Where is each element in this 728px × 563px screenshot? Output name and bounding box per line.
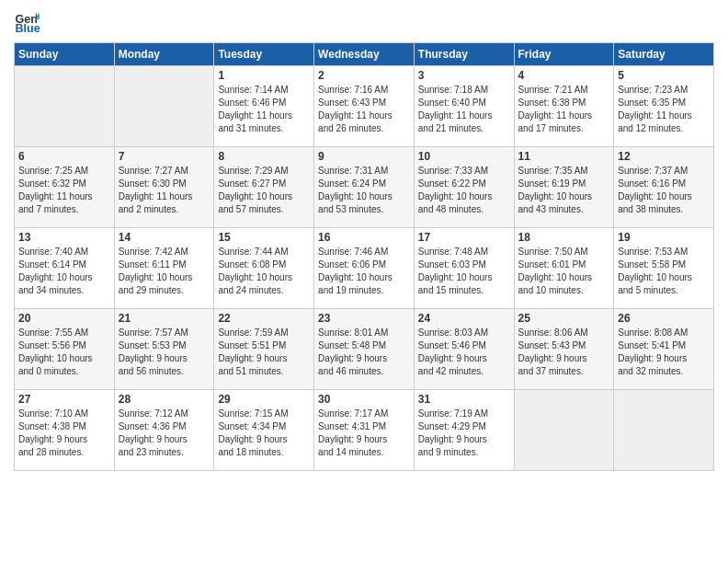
- cell-content: Sunrise: 7:48 AM Sunset: 6:03 PM Dayligh…: [418, 246, 510, 297]
- week-row-3: 13Sunrise: 7:40 AM Sunset: 6:14 PM Dayli…: [15, 228, 714, 309]
- day-number: 23: [318, 312, 410, 325]
- day-number: 10: [418, 150, 510, 163]
- cell-content: Sunrise: 7:31 AM Sunset: 6:24 PM Dayligh…: [318, 165, 410, 216]
- weekday-header-row: SundayMondayTuesdayWednesdayThursdayFrid…: [15, 43, 714, 66]
- calendar-cell: 2Sunrise: 7:16 AM Sunset: 6:43 PM Daylig…: [314, 66, 415, 147]
- calendar-cell: 14Sunrise: 7:42 AM Sunset: 6:11 PM Dayli…: [114, 228, 214, 309]
- cell-content: Sunrise: 7:21 AM Sunset: 6:38 PM Dayligh…: [518, 84, 610, 135]
- cell-content: Sunrise: 7:50 AM Sunset: 6:01 PM Dayligh…: [518, 246, 610, 297]
- calendar-cell: 18Sunrise: 7:50 AM Sunset: 6:01 PM Dayli…: [514, 228, 614, 309]
- calendar-cell: 12Sunrise: 7:37 AM Sunset: 6:16 PM Dayli…: [614, 147, 714, 228]
- calendar-cell: 9Sunrise: 7:31 AM Sunset: 6:24 PM Daylig…: [314, 147, 415, 228]
- calendar-cell: 29Sunrise: 7:15 AM Sunset: 4:34 PM Dayli…: [214, 390, 314, 471]
- day-number: 12: [618, 150, 710, 163]
- calendar-cell: 24Sunrise: 8:03 AM Sunset: 5:46 PM Dayli…: [414, 309, 514, 390]
- cell-content: Sunrise: 7:46 AM Sunset: 6:06 PM Dayligh…: [318, 246, 410, 297]
- svg-text:Blue: Blue: [15, 22, 40, 35]
- calendar-cell: 23Sunrise: 8:01 AM Sunset: 5:48 PM Dayli…: [314, 309, 415, 390]
- calendar-cell: 13Sunrise: 7:40 AM Sunset: 6:14 PM Dayli…: [15, 228, 115, 309]
- calendar-cell: 8Sunrise: 7:29 AM Sunset: 6:27 PM Daylig…: [214, 147, 314, 228]
- day-number: 21: [119, 312, 210, 325]
- cell-content: Sunrise: 7:55 AM Sunset: 5:56 PM Dayligh…: [18, 327, 110, 378]
- day-number: 15: [218, 231, 310, 244]
- calendar-cell: 25Sunrise: 8:06 AM Sunset: 5:43 PM Dayli…: [514, 309, 614, 390]
- day-number: 30: [318, 393, 410, 406]
- day-number: 16: [318, 231, 410, 244]
- calendar-cell: [15, 66, 115, 147]
- calendar-cell: 4Sunrise: 7:21 AM Sunset: 6:38 PM Daylig…: [514, 66, 614, 147]
- calendar-cell: 26Sunrise: 8:08 AM Sunset: 5:41 PM Dayli…: [614, 309, 714, 390]
- calendar-cell: 17Sunrise: 7:48 AM Sunset: 6:03 PM Dayli…: [414, 228, 514, 309]
- day-number: 22: [218, 312, 310, 325]
- cell-content: Sunrise: 7:37 AM Sunset: 6:16 PM Dayligh…: [618, 165, 710, 216]
- cell-content: Sunrise: 8:08 AM Sunset: 5:41 PM Dayligh…: [618, 327, 710, 378]
- day-number: 26: [618, 312, 710, 325]
- calendar-cell: 6Sunrise: 7:25 AM Sunset: 6:32 PM Daylig…: [15, 147, 115, 228]
- day-number: 4: [518, 69, 610, 82]
- calendar-cell: 3Sunrise: 7:18 AM Sunset: 6:40 PM Daylig…: [414, 66, 514, 147]
- cell-content: Sunrise: 7:15 AM Sunset: 4:34 PM Dayligh…: [218, 408, 310, 459]
- day-number: 11: [518, 150, 610, 163]
- day-number: 20: [18, 312, 110, 325]
- calendar-cell: 28Sunrise: 7:12 AM Sunset: 4:36 PM Dayli…: [114, 390, 214, 471]
- week-row-1: 1Sunrise: 7:14 AM Sunset: 6:46 PM Daylig…: [15, 66, 714, 147]
- weekday-header-monday: Monday: [114, 43, 214, 66]
- calendar-cell: 19Sunrise: 7:53 AM Sunset: 5:58 PM Dayli…: [614, 228, 714, 309]
- calendar-cell: 5Sunrise: 7:23 AM Sunset: 6:35 PM Daylig…: [614, 66, 714, 147]
- weekday-header-tuesday: Tuesday: [214, 43, 314, 66]
- cell-content: Sunrise: 7:42 AM Sunset: 6:11 PM Dayligh…: [119, 246, 210, 297]
- week-row-5: 27Sunrise: 7:10 AM Sunset: 4:38 PM Dayli…: [15, 390, 714, 471]
- day-number: 6: [18, 150, 110, 163]
- cell-content: Sunrise: 7:33 AM Sunset: 6:22 PM Dayligh…: [418, 165, 510, 216]
- day-number: 2: [318, 69, 410, 82]
- cell-content: Sunrise: 7:18 AM Sunset: 6:40 PM Dayligh…: [418, 84, 510, 135]
- calendar-cell: 31Sunrise: 7:19 AM Sunset: 4:29 PM Dayli…: [414, 390, 514, 471]
- weekday-header-thursday: Thursday: [414, 43, 514, 66]
- cell-content: Sunrise: 8:06 AM Sunset: 5:43 PM Dayligh…: [518, 327, 610, 378]
- calendar-cell: 16Sunrise: 7:46 AM Sunset: 6:06 PM Dayli…: [314, 228, 415, 309]
- cell-content: Sunrise: 8:01 AM Sunset: 5:48 PM Dayligh…: [318, 327, 410, 378]
- day-number: 13: [18, 231, 110, 244]
- calendar-cell: 21Sunrise: 7:57 AM Sunset: 5:53 PM Dayli…: [114, 309, 214, 390]
- day-number: 19: [618, 231, 710, 244]
- day-number: 29: [218, 393, 310, 406]
- page-header: Gen Blue: [14, 9, 714, 35]
- calendar-table: SundayMondayTuesdayWednesdayThursdayFrid…: [14, 42, 714, 471]
- weekday-header-friday: Friday: [514, 43, 614, 66]
- cell-content: Sunrise: 7:14 AM Sunset: 6:46 PM Dayligh…: [218, 84, 310, 135]
- cell-content: Sunrise: 7:59 AM Sunset: 5:51 PM Dayligh…: [218, 327, 310, 378]
- day-number: 7: [119, 150, 210, 163]
- day-number: 8: [218, 150, 310, 163]
- calendar-cell: 15Sunrise: 7:44 AM Sunset: 6:08 PM Dayli…: [214, 228, 314, 309]
- weekday-header-saturday: Saturday: [614, 43, 714, 66]
- day-number: 1: [218, 69, 310, 82]
- cell-content: Sunrise: 7:57 AM Sunset: 5:53 PM Dayligh…: [119, 327, 210, 378]
- weekday-header-wednesday: Wednesday: [314, 43, 415, 66]
- day-number: 31: [418, 393, 510, 406]
- cell-content: Sunrise: 7:44 AM Sunset: 6:08 PM Dayligh…: [218, 246, 310, 297]
- day-number: 27: [18, 393, 110, 406]
- calendar-cell: [114, 66, 214, 147]
- day-number: 28: [119, 393, 210, 406]
- day-number: 14: [119, 231, 210, 244]
- week-row-4: 20Sunrise: 7:55 AM Sunset: 5:56 PM Dayli…: [15, 309, 714, 390]
- logo-icon: Gen Blue: [14, 9, 40, 35]
- cell-content: Sunrise: 7:35 AM Sunset: 6:19 PM Dayligh…: [518, 165, 610, 216]
- cell-content: Sunrise: 7:17 AM Sunset: 4:31 PM Dayligh…: [318, 408, 410, 459]
- calendar-cell: [614, 390, 714, 471]
- calendar-cell: [514, 390, 614, 471]
- cell-content: Sunrise: 7:12 AM Sunset: 4:36 PM Dayligh…: [119, 408, 210, 459]
- cell-content: Sunrise: 7:27 AM Sunset: 6:30 PM Dayligh…: [119, 165, 210, 216]
- cell-content: Sunrise: 7:29 AM Sunset: 6:27 PM Dayligh…: [218, 165, 310, 216]
- calendar-cell: 11Sunrise: 7:35 AM Sunset: 6:19 PM Dayli…: [514, 147, 614, 228]
- cell-content: Sunrise: 7:40 AM Sunset: 6:14 PM Dayligh…: [18, 246, 110, 297]
- cell-content: Sunrise: 7:23 AM Sunset: 6:35 PM Dayligh…: [618, 84, 710, 135]
- day-number: 24: [418, 312, 510, 325]
- week-row-2: 6Sunrise: 7:25 AM Sunset: 6:32 PM Daylig…: [15, 147, 714, 228]
- day-number: 9: [318, 150, 410, 163]
- weekday-header-sunday: Sunday: [15, 43, 115, 66]
- calendar-page: Gen Blue SundayMondayTuesdayWednesdayThu…: [0, 0, 728, 563]
- calendar-cell: 20Sunrise: 7:55 AM Sunset: 5:56 PM Dayli…: [15, 309, 115, 390]
- cell-content: Sunrise: 7:10 AM Sunset: 4:38 PM Dayligh…: [18, 408, 110, 459]
- logo: Gen Blue: [14, 9, 43, 35]
